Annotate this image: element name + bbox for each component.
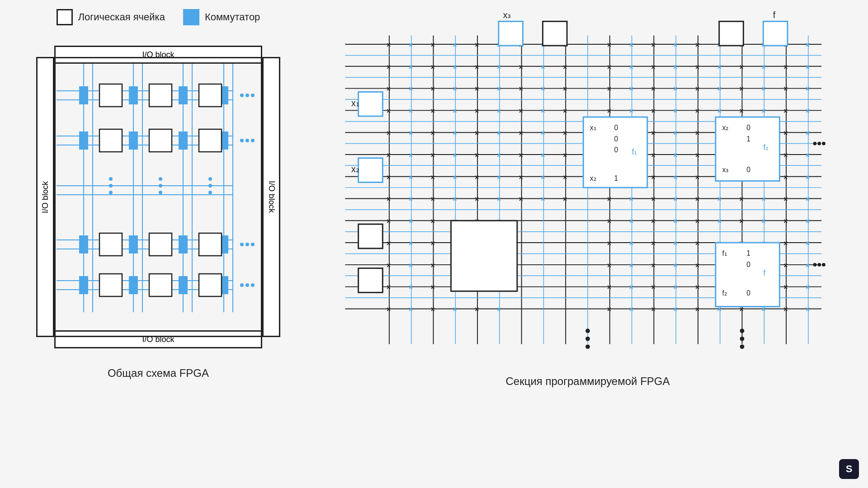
svg-text:×: × xyxy=(673,107,677,115)
svg-text:0: 0 xyxy=(746,124,750,131)
svg-text:×: × xyxy=(695,151,699,159)
svg-text:×: × xyxy=(695,195,699,203)
svg-rect-33 xyxy=(79,141,88,150)
svg-text:×: × xyxy=(761,63,765,71)
svg-text:x₃: x₃ xyxy=(722,166,729,174)
svg-text:×: × xyxy=(607,217,611,225)
svg-text:×: × xyxy=(806,239,810,247)
legend-cell: Логическая ячейка xyxy=(57,9,165,25)
svg-text:×: × xyxy=(497,174,501,181)
svg-rect-28 xyxy=(199,84,222,107)
svg-rect-68 xyxy=(99,274,122,296)
svg-text:f₁: f₁ xyxy=(722,249,727,257)
svg-text:×: × xyxy=(695,129,699,137)
svg-text:×: × xyxy=(607,85,611,93)
main-content: Логическая ячейка Коммутатор I/O block I… xyxy=(0,0,868,488)
svg-text:×: × xyxy=(761,195,765,203)
fpga-grid-svg xyxy=(57,64,260,330)
svg-rect-365 xyxy=(359,268,383,293)
svg-text:×: × xyxy=(783,63,788,71)
svg-text:×: × xyxy=(673,129,677,137)
svg-text:×: × xyxy=(651,107,655,115)
svg-text:×: × xyxy=(431,174,435,181)
svg-text:×: × xyxy=(409,305,413,313)
legend-switch: Коммутатор xyxy=(183,9,260,25)
svg-text:×: × xyxy=(453,151,457,159)
svg-text:×: × xyxy=(409,195,413,203)
io-block-left: I/O block xyxy=(36,57,54,337)
svg-text:×: × xyxy=(806,217,810,225)
svg-text:f₂: f₂ xyxy=(722,289,727,297)
svg-text:×: × xyxy=(431,107,435,115)
svg-point-76 xyxy=(251,139,255,142)
svg-rect-37 xyxy=(99,129,122,152)
svg-rect-23 xyxy=(129,95,138,104)
svg-text:×: × xyxy=(651,151,655,159)
svg-text:×: × xyxy=(673,41,677,49)
svg-text:×: × xyxy=(629,63,633,71)
svg-text:×: × xyxy=(387,85,391,93)
svg-point-403 xyxy=(585,344,590,349)
svg-text:×: × xyxy=(431,239,435,247)
section-svg: × × × × × × × × × × × × × × × × × × × xyxy=(326,9,850,371)
svg-text:×: × xyxy=(673,63,677,71)
svg-point-45 xyxy=(159,191,162,194)
svg-text:×: × xyxy=(519,107,523,115)
svg-point-74 xyxy=(240,139,244,142)
svg-text:f₁: f₁ xyxy=(632,147,637,156)
svg-text:×: × xyxy=(783,195,788,203)
svg-rect-29 xyxy=(79,131,88,141)
svg-text:×: × xyxy=(409,151,413,159)
svg-text:×: × xyxy=(453,174,457,181)
svg-text:x₂: x₂ xyxy=(590,174,596,182)
svg-text:×: × xyxy=(761,217,765,225)
svg-text:×: × xyxy=(629,107,633,115)
fpga-diagram: I/O block I/O block I/O block I/O block xyxy=(32,34,285,360)
svg-text:×: × xyxy=(629,262,633,269)
svg-text:x₃: x₃ xyxy=(503,10,511,20)
svg-text:×: × xyxy=(497,305,501,313)
svg-rect-39 xyxy=(199,129,222,152)
svg-rect-35 xyxy=(179,141,188,150)
svg-text:×: × xyxy=(541,174,545,181)
svg-text:×: × xyxy=(497,63,501,71)
svg-text:×: × xyxy=(673,174,677,181)
svg-text:×: × xyxy=(431,151,435,159)
svg-text:×: × xyxy=(387,262,391,269)
svg-text:×: × xyxy=(651,41,655,49)
svg-text:×: × xyxy=(563,129,567,137)
svg-text:×: × xyxy=(409,41,413,49)
svg-text:x₁: x₁ xyxy=(590,124,596,131)
svg-text:×: × xyxy=(717,195,722,203)
svg-point-406 xyxy=(740,344,745,349)
svg-text:×: × xyxy=(409,217,413,225)
svg-point-397 xyxy=(822,142,826,145)
svg-text:×: × xyxy=(475,305,479,313)
svg-text:×: × xyxy=(607,195,611,203)
svg-text:×: × xyxy=(629,41,633,49)
svg-text:×: × xyxy=(431,262,435,269)
svg-point-40 xyxy=(109,177,113,181)
svg-text:×: × xyxy=(695,262,699,269)
svg-text:×: × xyxy=(519,129,523,137)
right-panel: × × × × × × × × × × × × × × × × × × × xyxy=(326,9,850,388)
svg-point-82 xyxy=(251,283,255,287)
svg-text:×: × xyxy=(651,262,655,269)
svg-text:1: 1 xyxy=(614,174,618,182)
svg-text:×: × xyxy=(387,239,391,247)
svg-rect-34 xyxy=(129,141,138,150)
svg-rect-22 xyxy=(79,95,88,104)
svg-point-402 xyxy=(585,337,590,341)
svg-rect-27 xyxy=(149,84,172,107)
svg-text:×: × xyxy=(783,151,788,159)
svg-text:×: × xyxy=(695,85,699,93)
svg-text:×: × xyxy=(783,262,788,269)
grid-area xyxy=(57,64,260,330)
svg-rect-368 xyxy=(542,21,567,46)
svg-text:×: × xyxy=(563,151,567,159)
svg-text:×: × xyxy=(387,195,391,203)
svg-text:f: f xyxy=(763,268,765,277)
svg-text:×: × xyxy=(607,107,611,115)
svg-rect-51 xyxy=(179,235,188,244)
svg-text:1: 1 xyxy=(746,135,750,143)
